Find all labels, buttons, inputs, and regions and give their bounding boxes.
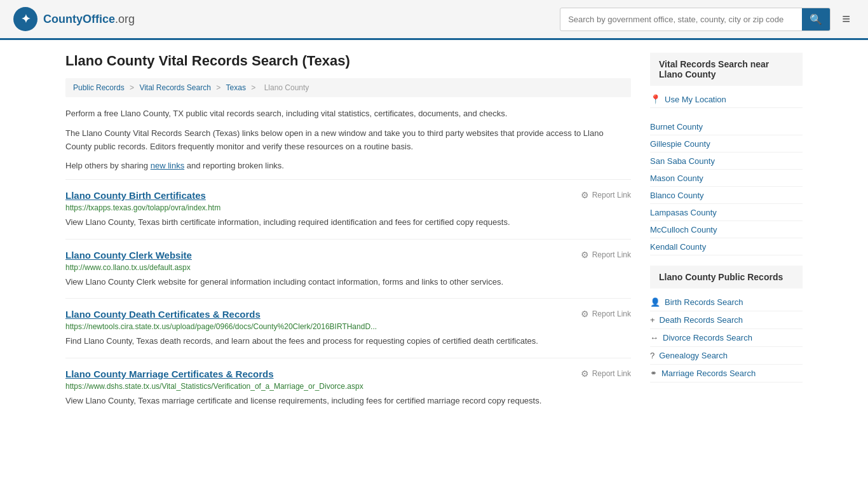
nearby-county-link-3[interactable]: Mason County: [650, 173, 703, 183]
nearby-county-item: Blanco County: [650, 187, 803, 204]
public-record-link-3[interactable]: Genealogy Search: [659, 351, 728, 360]
svg-text:✦: ✦: [21, 13, 31, 25]
result-url-1[interactable]: http://www.co.llano.tx.us/default.aspx: [65, 263, 631, 272]
sidebar: Vital Records Search near Llano County 📍…: [650, 53, 803, 417]
nearby-county-link-0[interactable]: Burnet County: [650, 122, 703, 132]
result-url-3[interactable]: https://www.dshs.state.tx.us/Vital_Stati…: [65, 382, 631, 391]
new-links-link[interactable]: new links: [151, 161, 184, 170]
main-content: Llano County Vital Records Search (Texas…: [65, 53, 631, 417]
result-title-3[interactable]: Llano County Marriage Certificates & Rec…: [65, 369, 274, 379]
description-3: Help others by sharing new links and rep…: [65, 159, 631, 173]
result-title-1[interactable]: Llano County Clerk Website: [65, 250, 192, 261]
pub-icon-4: ⚭: [650, 369, 657, 378]
result-card-header-0: Llano County Birth Certificates ⚙ Report…: [65, 190, 631, 201]
search-button[interactable]: 🔍: [802, 8, 830, 30]
report-link-1[interactable]: ⚙ Report Link: [581, 250, 631, 260]
public-record-link-1[interactable]: Death Records Search: [660, 315, 743, 325]
search-input[interactable]: [560, 10, 802, 29]
report-label-1: Report Link: [592, 250, 631, 259]
breadcrumb-vital-records[interactable]: Vital Records Search: [139, 83, 211, 92]
result-desc-2: Find Llano County, Texas death records, …: [65, 335, 631, 348]
nearby-county-item: Gillespie County: [650, 135, 803, 152]
report-label-0: Report Link: [592, 191, 631, 200]
description-1: Perform a free Llano County, TX public v…: [65, 107, 631, 121]
nearby-county-item: Mason County: [650, 170, 803, 187]
logo-icon: ✦: [13, 6, 38, 32]
pub-icon-0: 👤: [650, 297, 660, 307]
pub-icon-2: ↔: [650, 333, 658, 342]
menu-button[interactable]: ≡: [837, 8, 855, 30]
main-container: Llano County Vital Records Search (Texas…: [53, 40, 815, 430]
use-location-link[interactable]: Use My Location: [665, 95, 726, 104]
report-link-3[interactable]: ⚙ Report Link: [581, 369, 631, 379]
nearby-county-item: Kendall County: [650, 238, 803, 255]
nearby-county-item: Burnet County: [650, 118, 803, 135]
report-icon-2: ⚙: [581, 309, 589, 319]
report-label-3: Report Link: [592, 369, 631, 378]
result-cards: Llano County Birth Certificates ⚙ Report…: [65, 179, 631, 417]
result-desc-0: View Llano County, Texas birth certifica…: [65, 216, 631, 229]
public-record-item: 👤Birth Records Search: [650, 294, 803, 311]
pub-icon-1: +: [650, 315, 655, 325]
pub-icon-3: ?: [650, 351, 654, 360]
public-record-item: +Death Records Search: [650, 311, 803, 329]
breadcrumb: Public Records > Vital Records Search > …: [65, 78, 631, 97]
nearby-list: 📍 Use My Location: [650, 91, 803, 108]
pin-icon: 📍: [650, 94, 661, 104]
public-record-link-2[interactable]: Divorce Records Search: [663, 333, 752, 342]
nearby-county-item: Lampasas County: [650, 204, 803, 221]
nearby-county-link-6[interactable]: McCulloch County: [650, 225, 717, 234]
nearby-county-link-7[interactable]: Kendall County: [650, 242, 706, 252]
report-link-0[interactable]: ⚙ Report Link: [581, 190, 631, 200]
logo-text: CountyOffice.org: [43, 13, 135, 26]
result-card: Llano County Birth Certificates ⚙ Report…: [65, 179, 631, 239]
result-card-header-3: Llano County Marriage Certificates & Rec…: [65, 369, 631, 379]
report-label-2: Report Link: [592, 309, 631, 318]
breadcrumb-public-records[interactable]: Public Records: [73, 83, 125, 92]
result-card-header-1: Llano County Clerk Website ⚙ Report Link: [65, 250, 631, 261]
nearby-county-link-4[interactable]: Blanco County: [650, 191, 704, 200]
public-record-item: ↔Divorce Records Search: [650, 329, 803, 347]
nearby-title: Vital Records Search near Llano County: [650, 53, 803, 86]
header-right: 🔍 ≡: [560, 8, 855, 31]
result-url-0[interactable]: https://txapps.texas.gov/tolapp/ovra/ind…: [65, 203, 631, 212]
public-record-item: ⚭Marriage Records Search: [650, 365, 803, 383]
public-records-title: Llano County Public Records: [650, 266, 803, 288]
nearby-county-link-5[interactable]: Lampasas County: [650, 208, 717, 217]
report-link-2[interactable]: ⚙ Report Link: [581, 309, 631, 319]
report-icon-0: ⚙: [581, 190, 589, 200]
nearby-counties-list: Burnet CountyGillespie CountySan Saba Co…: [650, 118, 803, 255]
result-desc-1: View Llano County Clerk website for gene…: [65, 276, 631, 288]
breadcrumb-texas[interactable]: Texas: [226, 83, 246, 92]
public-records-list: 👤Birth Records Search+Death Records Sear…: [650, 294, 803, 383]
result-card: Llano County Marriage Certificates & Rec…: [65, 358, 631, 417]
breadcrumb-current: Llano County: [264, 83, 309, 92]
nearby-county-item: McCulloch County: [650, 221, 803, 238]
search-bar: 🔍: [560, 8, 831, 31]
public-record-item: ?Genealogy Search: [650, 347, 803, 365]
result-card-header-2: Llano County Death Certificates & Record…: [65, 309, 631, 320]
description-2: The Llano County Vital Records Search (T…: [65, 127, 631, 154]
report-icon-3: ⚙: [581, 369, 589, 379]
nearby-county-link-1[interactable]: Gillespie County: [650, 139, 710, 149]
site-header: ✦ CountyOffice.org 🔍 ≡: [0, 0, 868, 40]
report-icon-1: ⚙: [581, 250, 589, 260]
result-card: Llano County Clerk Website ⚙ Report Link…: [65, 239, 631, 299]
nearby-county-link-2[interactable]: San Saba County: [650, 156, 715, 166]
logo-area: ✦ CountyOffice.org: [13, 6, 135, 32]
result-url-2[interactable]: https://newtools.cira.state.tx.us/upload…: [65, 322, 631, 331]
use-location-item: 📍 Use My Location: [650, 91, 803, 108]
public-record-link-4[interactable]: Marriage Records Search: [661, 369, 756, 378]
result-title-2[interactable]: Llano County Death Certificates & Record…: [65, 309, 261, 320]
result-title-0[interactable]: Llano County Birth Certificates: [65, 190, 206, 201]
result-card: Llano County Death Certificates & Record…: [65, 298, 631, 358]
result-desc-3: View Llano County, Texas marriage certif…: [65, 395, 631, 407]
page-title: Llano County Vital Records Search (Texas…: [65, 53, 631, 69]
nearby-county-item: San Saba County: [650, 152, 803, 170]
public-record-link-0[interactable]: Birth Records Search: [665, 297, 743, 307]
